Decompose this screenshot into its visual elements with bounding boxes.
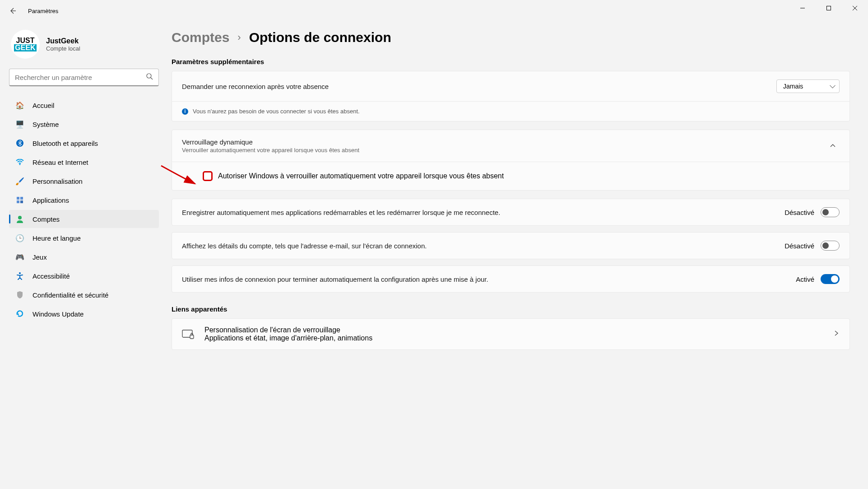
nav-item-apps[interactable]: Applications: [9, 191, 159, 209]
nav-item-network[interactable]: Réseau et Internet: [9, 153, 159, 171]
setting-require-signin[interactable]: Demander une reconnexion après votre abs…: [172, 71, 850, 102]
link-title: Personnalisation de l'écran de verrouill…: [204, 326, 823, 334]
nav-item-bluetooth[interactable]: Bluetooth et appareils: [9, 134, 159, 152]
setting-auto-finish-setup[interactable]: Utiliser mes infos de connexion pour ter…: [172, 265, 850, 293]
user-name: JustGeek: [46, 37, 80, 45]
section-additional-settings: Paramètres supplémentaires: [172, 58, 850, 65]
nav-item-accessibility[interactable]: Accessibilité: [9, 267, 159, 285]
nav-item-time[interactable]: 🕒Heure et langue: [9, 229, 159, 247]
nav-label: Confidentialité et sécurité: [32, 291, 108, 299]
svg-rect-15: [190, 335, 194, 339]
back-button[interactable]: [4, 2, 22, 20]
require-signin-dropdown[interactable]: Jamais: [776, 79, 840, 93]
nav-label: Personnalisation: [32, 177, 83, 185]
nav-label: Comptes: [32, 215, 60, 223]
nav-item-update[interactable]: Windows Update: [9, 305, 159, 323]
nav-label: Réseau et Internet: [32, 158, 88, 166]
nav-label: Windows Update: [32, 310, 84, 318]
nav-item-personalization[interactable]: 🖌️Personnalisation: [9, 172, 159, 190]
toggle-state: Désactivé: [784, 242, 814, 250]
avatar: JUST GEEK: [11, 30, 40, 59]
restart-apps-toggle[interactable]: [821, 207, 840, 217]
collapse-button[interactable]: [826, 139, 840, 153]
svg-point-13: [19, 272, 21, 274]
info-icon: i: [182, 108, 188, 115]
update-icon: [15, 309, 24, 318]
setting-label: Verrouillage dynamique: [182, 138, 359, 146]
search-input-container[interactable]: [9, 69, 159, 86]
nav-label: Système: [32, 121, 59, 128]
brush-icon: 🖌️: [15, 177, 24, 186]
gamepad-icon: 🎮: [15, 252, 24, 261]
user-subtitle: Compte local: [46, 45, 80, 52]
accessibility-icon: [15, 271, 24, 280]
nav-item-home[interactable]: 🏠Accueil: [9, 96, 159, 114]
setting-show-account-details[interactable]: Affichez les détails du compte, tels que…: [172, 232, 850, 259]
setting-restart-apps[interactable]: Enregistrer automatiquement mes applicat…: [172, 199, 850, 226]
apps-icon: [15, 196, 24, 205]
nav-label: Bluetooth et appareils: [32, 140, 98, 147]
setting-sublabel: Verrouiller automatiquement votre appare…: [182, 147, 359, 154]
svg-point-7: [19, 164, 21, 165]
nav-item-accounts[interactable]: Comptes: [9, 210, 159, 228]
shield-icon: [15, 290, 24, 299]
home-icon: 🏠: [15, 101, 24, 110]
svg-point-4: [147, 74, 151, 78]
toggle-state: Désactivé: [784, 209, 814, 216]
nav-label: Applications: [32, 196, 69, 204]
nav-label: Jeux: [32, 253, 47, 261]
setting-dynamic-lock[interactable]: Verrouillage dynamique Verrouiller autom…: [172, 130, 850, 162]
section-related-links: Liens apparentés: [172, 305, 850, 313]
link-subtitle: Applications et état, image d'arrière-pl…: [204, 334, 823, 342]
user-profile[interactable]: JUST GEEK JustGeek Compte local: [9, 22, 159, 69]
breadcrumb-parent[interactable]: Comptes: [172, 30, 229, 45]
window-title: Paramètres: [28, 8, 58, 14]
nav-label: Accueil: [32, 102, 54, 109]
svg-rect-8: [17, 197, 19, 200]
link-lockscreen-personalization[interactable]: Personnalisation de l'écran de verrouill…: [172, 318, 850, 350]
info-banner: i Vous n'aurez pas besoin de vous connec…: [172, 102, 850, 121]
close-button[interactable]: [842, 0, 868, 16]
minimize-button[interactable]: [789, 0, 816, 16]
page-title: Options de connexion: [249, 30, 391, 45]
svg-rect-1: [827, 6, 831, 10]
setting-label: Affichez les détails du compte, tels que…: [182, 242, 427, 250]
breadcrumb: Comptes › Options de connexion: [172, 30, 850, 45]
svg-rect-11: [20, 200, 23, 203]
system-icon: 🖥️: [15, 120, 24, 129]
dynamic-lock-checkbox[interactable]: [203, 171, 213, 181]
show-details-toggle[interactable]: [821, 241, 840, 251]
bluetooth-icon: [15, 139, 24, 148]
checkbox-label: Autoriser Windows à verrouiller automati…: [218, 172, 504, 180]
dynamic-lock-checkbox-row[interactable]: Autoriser Windows à verrouiller automati…: [172, 162, 850, 191]
nav-item-games[interactable]: 🎮Jeux: [9, 248, 159, 266]
chevron-right-icon: [833, 330, 840, 338]
person-icon: [15, 214, 24, 224]
auto-finish-toggle[interactable]: [821, 274, 840, 284]
maximize-button[interactable]: [816, 0, 842, 16]
wifi-icon: [15, 158, 24, 167]
nav-item-privacy[interactable]: Confidentialité et sécurité: [9, 286, 159, 304]
info-text: Vous n'aurez pas besoin de vous connecte…: [193, 108, 360, 115]
search-input[interactable]: [15, 74, 146, 81]
clock-icon: 🕒: [15, 233, 24, 242]
nav-item-system[interactable]: 🖥️Système: [9, 115, 159, 133]
setting-label: Demander une reconnexion après votre abs…: [182, 83, 329, 90]
toggle-state: Activé: [796, 275, 814, 283]
svg-rect-10: [17, 200, 19, 203]
lockscreen-icon: [182, 329, 195, 340]
svg-rect-9: [20, 197, 23, 200]
nav-label: Heure et langue: [32, 234, 81, 242]
nav-label: Accessibilité: [32, 272, 70, 280]
setting-label: Enregistrer automatiquement mes applicat…: [182, 209, 500, 216]
svg-line-5: [151, 78, 153, 79]
setting-label: Utiliser mes infos de connexion pour ter…: [182, 275, 488, 283]
svg-point-12: [18, 216, 22, 219]
search-icon: [146, 73, 153, 82]
chevron-right-icon: ›: [237, 32, 241, 43]
